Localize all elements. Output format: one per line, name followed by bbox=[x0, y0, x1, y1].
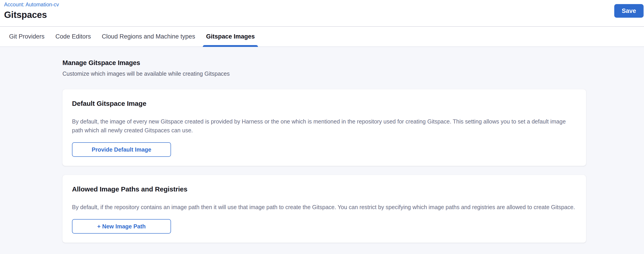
account-breadcrumb-link[interactable]: Account: Automation-cv bbox=[4, 1, 59, 8]
tab-cloud-regions-machine-types[interactable]: Cloud Regions and Machine types bbox=[98, 27, 198, 46]
save-button[interactable]: Save bbox=[614, 4, 644, 18]
allowed-paths-card-title: Allowed Image Paths and Registries bbox=[72, 185, 576, 193]
provide-default-image-button[interactable]: Provide Default Image bbox=[72, 142, 171, 157]
section-title: Manage Gitspace Images bbox=[62, 59, 644, 67]
tab-gitspace-images[interactable]: Gitspace Images bbox=[203, 27, 258, 46]
tab-git-providers[interactable]: Git Providers bbox=[6, 27, 48, 46]
allowed-image-paths-card: Allowed Image Paths and Registries By de… bbox=[62, 175, 586, 243]
section-subtitle: Customize which images will be available… bbox=[62, 70, 644, 77]
page-title: Gitspaces bbox=[4, 10, 644, 20]
page-header: Account: Automation-cv Gitspaces Save bbox=[0, 0, 644, 26]
new-image-path-button[interactable]: + New Image Path bbox=[72, 219, 171, 234]
gitspace-images-panel: Manage Gitspace Images Customize which i… bbox=[0, 47, 644, 254]
settings-tab-bar: Git Providers Code Editors Cloud Regions… bbox=[0, 26, 644, 47]
default-image-card-title: Default Gitspace Image bbox=[72, 100, 576, 107]
tab-code-editors[interactable]: Code Editors bbox=[52, 27, 94, 46]
default-image-card-description: By default, the image of every new Gitsp… bbox=[72, 117, 576, 135]
default-gitspace-image-card: Default Gitspace Image By default, the i… bbox=[62, 89, 586, 166]
allowed-paths-card-description: By default, if the repository contains a… bbox=[72, 203, 576, 212]
